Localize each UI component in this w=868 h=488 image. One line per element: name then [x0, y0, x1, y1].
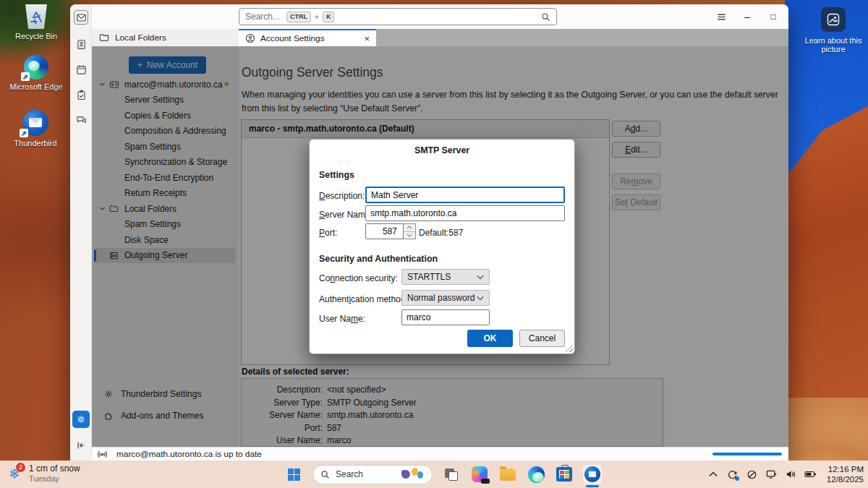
spinner-up-icon[interactable] [404, 224, 415, 232]
kbd-k: K [323, 12, 335, 22]
ok-button[interactable]: OK [467, 330, 513, 347]
connection-security-label: Connection security: [319, 273, 398, 283]
minimize-button[interactable]: – [737, 7, 757, 27]
spinner-down-icon[interactable] [404, 232, 415, 239]
snowflake-icon: ❄2 [6, 466, 23, 482]
chat-icon [76, 115, 87, 126]
tab-local-folders[interactable]: Local Folders [92, 29, 239, 46]
minimize-icon: – [744, 11, 750, 22]
port-input[interactable]: 587 [365, 223, 404, 239]
taskbar-search-label: Search [336, 469, 363, 479]
tab-close-button[interactable]: × [364, 34, 370, 43]
dialog-title: SMTP Server [310, 145, 574, 155]
file-explorer-button[interactable] [498, 465, 517, 484]
clock-date: 12/8/2025 [827, 474, 864, 484]
calendar-icon [76, 64, 87, 75]
active-app-indicator [586, 485, 599, 487]
maximize-button[interactable]: □ [763, 7, 783, 27]
taskbar-search[interactable]: Search [312, 465, 433, 484]
recycle-symbol-icon [28, 10, 44, 25]
desktop-icon-thunderbird[interactable]: ↗ Thunderbird [5, 110, 66, 147]
thunderbird-icon [584, 466, 600, 482]
weather-headline: 1 cm of snow [29, 463, 80, 474]
notification-badge: 2 [16, 463, 25, 472]
shortcut-arrow-icon: ↗ [21, 72, 30, 81]
tab-bar: Local Folders Account Settings × [92, 29, 788, 46]
edge-icon [528, 466, 545, 483]
dialog-resize-grip[interactable] [565, 344, 573, 352]
port-spinner[interactable] [404, 223, 416, 239]
calendar-space-button[interactable] [74, 62, 88, 77]
shortcut-arrow-icon: ↗ [20, 129, 28, 137]
thunderbird-taskbar-button[interactable] [583, 465, 602, 484]
address-book-icon [76, 39, 87, 50]
desktop-icon-recycle-bin[interactable]: Recycle Bin [6, 4, 67, 40]
learn-about-label: Learn about this picture [801, 36, 865, 53]
addressbook-space-button[interactable] [74, 37, 88, 51]
user-name-input[interactable]: marco [401, 309, 490, 325]
sync-update-icon[interactable] [726, 469, 739, 480]
port-default-note: Default:587 [419, 228, 463, 238]
learn-about-picture[interactable]: Learn about this picture [801, 7, 865, 53]
taskbar-clock[interactable]: 12:16 PM 12/8/2025 [827, 464, 864, 484]
status-bar: marco@math.utoronto.ca is up to date [92, 447, 788, 461]
cancel-button[interactable]: Cancel [519, 330, 565, 347]
edge-button[interactable] [527, 465, 545, 484]
microsoft-store-button[interactable] [555, 465, 574, 484]
folder-icon [99, 33, 109, 43]
screen: Recycle Bin ↗ Microsoft Edge ↗ Thunderbi… [0, 0, 868, 488]
battery-icon[interactable] [804, 470, 817, 479]
hamburger-menu-icon [716, 12, 727, 22]
description-input[interactable]: Math Server [365, 187, 565, 203]
security-section-heading: Security and Authentication [319, 254, 438, 264]
mail-icon [76, 12, 87, 23]
auth-method-label: Authentication method: [319, 294, 408, 304]
search-placeholder: Search... [245, 12, 280, 22]
weather-widget[interactable]: ❄2 1 cm of snow Tuesday [6, 463, 80, 484]
account-icon [245, 33, 255, 43]
connection-security-select[interactable]: STARTTLS [401, 269, 490, 285]
user-name-label: User Name: [319, 314, 365, 324]
chevron-down-icon [477, 296, 484, 301]
collapse-left-icon [76, 440, 86, 450]
server-name-label: Server Name: [319, 210, 373, 220]
gear-icon [76, 414, 86, 424]
do-not-disturb-icon[interactable] [746, 469, 759, 480]
auth-method-select[interactable]: Normal password [401, 290, 490, 306]
tasks-space-button[interactable] [74, 87, 88, 102]
thunderbird-window: Search... CTRL + K – □ × Local Folders [70, 4, 788, 461]
server-name-input[interactable]: smtp.math.utoronto.ca [365, 205, 565, 221]
edge-icon: ↗ [24, 55, 48, 80]
maximize-icon: □ [770, 12, 775, 22]
description-label: Description: [319, 191, 365, 201]
copilot-button[interactable] [470, 465, 489, 484]
windows-taskbar: ❄2 1 cm of snow Tuesday Search [0, 461, 868, 488]
tab-account-settings[interactable]: Account Settings × [239, 29, 376, 46]
collapse-spaces-button[interactable] [74, 438, 88, 453]
windows-logo-icon [288, 468, 300, 481]
port-label: Port: [319, 228, 337, 238]
activity-broadcast-icon [97, 450, 108, 459]
tab-label: Local Folders [115, 33, 166, 43]
search-icon [541, 12, 550, 22]
settings-space-button[interactable] [72, 411, 90, 428]
app-menu-button[interactable] [711, 7, 731, 27]
global-search-input[interactable]: Search... CTRL + K [239, 8, 557, 25]
desktop-icon-edge[interactable]: ↗ Microsoft Edge [6, 55, 67, 91]
network-display-icon[interactable] [765, 469, 778, 479]
microsoft-store-icon [556, 467, 572, 481]
volume-icon[interactable] [785, 469, 798, 479]
thunderbird-icon: ↗ [22, 110, 48, 136]
tab-label: Account Settings [260, 33, 325, 43]
desktop-icon-label: Recycle Bin [6, 32, 67, 40]
kbd-ctrl: CTRL [286, 12, 311, 22]
spaces-toolbar [70, 4, 92, 461]
update-dot [735, 476, 739, 481]
hidden-icons-button[interactable] [707, 471, 720, 477]
chat-space-button[interactable] [74, 113, 88, 127]
task-view-button[interactable] [442, 465, 461, 484]
mail-space-button[interactable] [74, 10, 88, 25]
start-button[interactable] [284, 465, 303, 484]
picture-icon [826, 12, 841, 27]
desktop-icon-label: Microsoft Edge [6, 82, 67, 91]
